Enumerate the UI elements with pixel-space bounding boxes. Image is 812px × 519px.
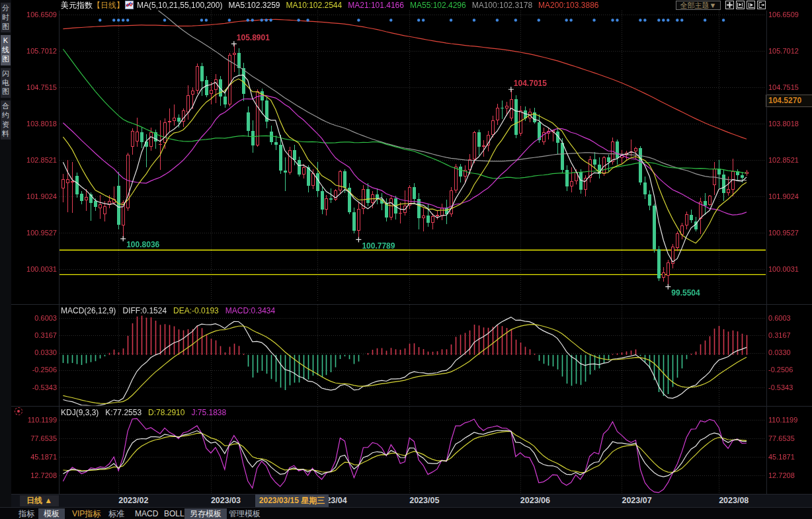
play-bar-icon[interactable] — [747, 1, 755, 9]
kdj-axis-label: 45.1871 — [768, 454, 795, 461]
price-axis-label: 101.9024 — [768, 193, 799, 200]
macd-axis-label: 0.0330 — [768, 349, 791, 356]
ma-readout: MA5:102.3259 — [228, 1, 280, 10]
kdj-axis-label: 110.1199 — [768, 417, 797, 424]
ma-readout: MA55:102.4296 — [410, 1, 466, 10]
macd-readout: MACD(26,12,9) — [61, 306, 116, 315]
move-crosshair-icon[interactable] — [725, 1, 734, 9]
price-axis-label: 106.6509 — [4, 11, 57, 19]
bottom-tab-1[interactable]: 指标 — [13, 508, 40, 519]
exit-right-icon[interactable] — [757, 1, 766, 9]
kdj-axis-label: 77.6535 — [768, 435, 795, 442]
kdj-readout: J:75.1838 — [191, 408, 226, 417]
macd-readout: DEA:-0.0193 — [173, 306, 219, 315]
kdj-axis-label: 110.1199 — [4, 417, 57, 424]
date-tick-label: 2023/03 — [211, 496, 241, 506]
date-tick-label: 2023/08 — [719, 496, 749, 506]
price-axis-label: 103.8018 — [768, 120, 799, 128]
plot-border — [59, 11, 60, 494]
macd-axis-label: 0.6003 — [4, 315, 57, 322]
macd-axis-label: 0.3167 — [4, 332, 57, 339]
theme-dropdown[interactable]: 全部主题▼ — [676, 1, 721, 10]
kdj-axis-label: 12.7208 — [4, 472, 57, 479]
kdj-header: KDJ(9,3,3)K:77.2553D:78.2910J:75.1838 — [61, 408, 233, 417]
price-axis-label: 102.8521 — [768, 157, 799, 164]
macd-axis-label: -0.2506 — [4, 366, 57, 374]
price-axis-label: 100.0031 — [768, 266, 799, 273]
date-axis-bar: 日线 ▲ 2023/03/15 星期三 2023/022023/032023/0… — [11, 495, 812, 507]
panel-separator — [11, 406, 812, 407]
price-axis-label: 100.9527 — [4, 229, 57, 237]
bottom-tab-7[interactable]: 另存模板 — [184, 508, 227, 519]
macd-axis-label: -0.5343 — [768, 384, 793, 391]
macd-axis-label: -0.5343 — [4, 384, 57, 391]
macd-readout: DIFF:0.1524 — [122, 306, 167, 315]
ma-readout: MA100:102.3178 — [472, 1, 532, 10]
date-tick-label: 2023/02 — [118, 496, 148, 506]
price-axis-label: 104.7515 — [768, 84, 799, 91]
period-tag: 【日线】 — [93, 1, 124, 10]
price-axis-label: 106.6509 — [768, 11, 799, 19]
plot-border — [766, 11, 767, 494]
price-axis-label: 100.0031 — [4, 266, 57, 273]
compress-left-icon[interactable] — [736, 1, 745, 9]
kdj-axis-label: 77.6535 — [4, 435, 57, 442]
line-chart-icon — [125, 1, 134, 11]
top-header-bar: 美元指数【日线】 MA(5,10,21,55,100,200)MA5:102.3… — [11, 0, 812, 11]
macd-header: MACD(26,12,9)DIFF:0.1524DEA:-0.0193MACD:… — [61, 306, 282, 315]
kdj-readout: K:77.2553 — [105, 408, 142, 417]
date-tick-label: 2023/07 — [622, 496, 651, 506]
instrument-title: 美元指数【日线】 — [61, 1, 124, 10]
indicator-alarm-icon[interactable] — [15, 407, 22, 415]
macd-readout: MACD:0.3434 — [225, 306, 275, 315]
kdj-axis-label: 12.7208 — [768, 472, 795, 479]
ma-parameters-label: MA(5,10,21,55,100,200)MA5:102.3259MA10:1… — [137, 1, 599, 10]
macd-axis-label: 0.6003 — [768, 315, 791, 322]
price-axis-label: 103.8018 — [4, 120, 57, 128]
selected-date-box: 2023/03/15 星期三 — [255, 495, 329, 507]
kdj-readout: KDJ(9,3,3) — [61, 408, 99, 417]
kdj-readout: D:78.2910 — [148, 408, 184, 417]
macd-axis-label: 0.3167 — [768, 332, 791, 339]
panel-separator — [11, 507, 812, 508]
macd-axis-label: -0.2506 — [768, 366, 793, 374]
date-tick-label: 2023/05 — [409, 496, 439, 506]
ma-readout: MA200:103.3886 — [538, 1, 598, 10]
panel-separator — [11, 494, 812, 495]
bottom-tab-bar: 指标模板VIP指标标准MACDBOLL另存模板管理模板 — [0, 507, 812, 519]
price-axis-label: 104.7515 — [4, 84, 57, 91]
crosshair-price-box: 104.5270 — [766, 95, 812, 107]
macd-axis-label: 0.0330 — [4, 349, 57, 356]
period-selector-button[interactable]: 日线 ▲ — [20, 495, 59, 506]
price-axis-label: 105.7012 — [768, 48, 799, 55]
kdj-axis-label: 45.1871 — [4, 454, 57, 461]
panel-separator — [11, 304, 812, 305]
bottom-tab-4[interactable]: 标准 — [103, 508, 130, 519]
price-axis-label: 102.8521 — [4, 157, 57, 164]
price-axis-label: 100.9527 — [768, 229, 799, 237]
date-tick-label: 2023/06 — [520, 496, 550, 506]
bottom-tab-2[interactable]: 模板 — [38, 508, 65, 519]
ma-readout: MA10:102.2544 — [286, 1, 342, 10]
kline-chart-canvas[interactable] — [0, 0, 812, 519]
bottom-tab-8[interactable]: 管理模板 — [223, 508, 266, 519]
price-axis-label: 105.7012 — [4, 48, 57, 55]
sidebar-item-3[interactable]: 闪电图 — [1, 68, 11, 98]
price-axis-label: 101.9024 — [4, 193, 57, 200]
ma-readout: MA21:101.4166 — [348, 1, 404, 10]
trading-terminal: {"app":{"bg":"#000000"},"sidebar":{"item… — [0, 0, 812, 519]
bottom-tab-3[interactable]: VIP指标 — [67, 508, 106, 519]
